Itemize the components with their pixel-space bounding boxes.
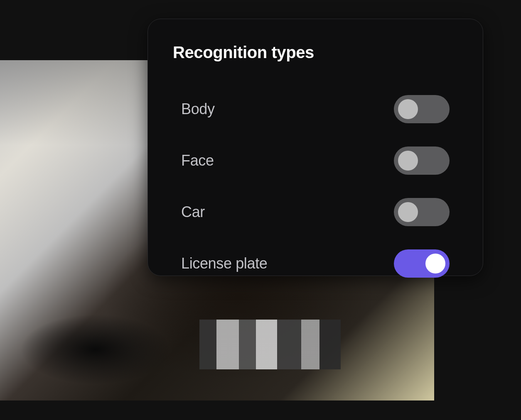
toggle-car[interactable] [394, 198, 450, 226]
toggle-body[interactable] [394, 95, 450, 123]
option-row-car: Car [173, 186, 458, 238]
toggle-license-plate[interactable] [394, 249, 450, 278]
option-label: License plate [181, 255, 267, 272]
toggle-knob [398, 202, 418, 222]
panel-title: Recognition types [173, 43, 458, 62]
recognition-types-panel: Recognition types Body Face Car License … [147, 19, 483, 276]
option-label: Body [181, 100, 215, 118]
option-label: Car [181, 203, 205, 221]
toggle-knob [398, 99, 418, 119]
option-label: Face [181, 152, 214, 169]
toggle-knob [398, 151, 418, 171]
toggle-face[interactable] [394, 147, 450, 175]
toggle-knob [425, 254, 445, 273]
option-row-license-plate: License plate [173, 238, 458, 289]
option-row-body: Body [173, 83, 458, 135]
option-row-face: Face [173, 135, 458, 186]
